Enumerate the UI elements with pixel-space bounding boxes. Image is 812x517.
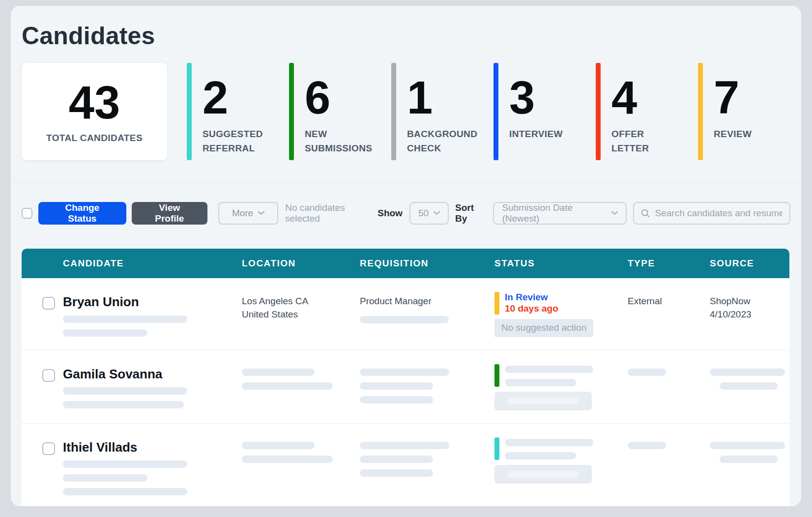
- stat-new-submissions[interactable]: 6 NEW SUBMISSIONS: [289, 63, 372, 160]
- status-cell: In Review 10 days ago No suggested actio…: [494, 278, 628, 350]
- select-all-checkbox[interactable]: [22, 208, 32, 219]
- location-city: Los Angeles CA: [242, 295, 360, 308]
- skeleton-line: [360, 469, 433, 477]
- sort-dropdown[interactable]: Submission Date (Newest): [493, 202, 627, 225]
- skeleton-line: [360, 382, 433, 390]
- column-header-location[interactable]: LOCATION: [242, 258, 360, 269]
- table-row[interactable]: Ithiel Villads: [22, 424, 789, 506]
- stat-review[interactable]: 7 REVIEW: [698, 63, 781, 160]
- requisition-cell: [360, 424, 494, 506]
- chevron-down-icon: [258, 210, 264, 216]
- requisition-title: Product Manager: [360, 295, 494, 308]
- stat-value: 4: [611, 75, 678, 121]
- type-cell: [628, 424, 710, 506]
- skeleton-line: [628, 442, 666, 449]
- stat-label: OFFER LETTER: [611, 127, 678, 156]
- column-header-requisition[interactable]: REQUISITION: [360, 258, 494, 269]
- table-row[interactable]: Bryan Union Los Angeles CA United States…: [22, 278, 789, 350]
- column-header-type[interactable]: TYPE: [628, 258, 710, 269]
- column-header-status[interactable]: STATUS: [494, 258, 628, 269]
- stat-label: SUGGESTED REFERRAL: [203, 127, 269, 156]
- candidates-page: Candidates 43 TOTAL CANDIDATES 2 SUGGEST…: [11, 6, 801, 506]
- stat-value: 7: [714, 75, 752, 121]
- skeleton-line: [505, 452, 576, 460]
- source-cell: ShopNow 4/10/2023: [710, 278, 789, 350]
- skeleton-line: [505, 439, 593, 446]
- candidate-name[interactable]: Gamila Sovanna: [63, 367, 187, 381]
- stat-value: 1: [407, 75, 477, 121]
- stat-value: 2: [203, 75, 269, 121]
- toolbar: Change Status View Profile More No candi…: [11, 183, 801, 230]
- skeleton-line: [242, 369, 315, 376]
- skeleton-line: [242, 456, 333, 463]
- stats-row: 43 TOTAL CANDIDATES 2 SUGGESTED REFERRAL…: [22, 63, 790, 160]
- status-color-bar: [494, 437, 499, 460]
- page-size-value: 50: [418, 208, 429, 219]
- table-header-row: CANDIDATE LOCATION REQUISITION STATUS TY…: [22, 249, 789, 278]
- sort-value: Submission Date (Newest): [502, 202, 607, 224]
- location-country: United States: [242, 308, 360, 321]
- requisition-cell: Product Manager: [360, 278, 494, 350]
- candidate-name[interactable]: Bryan Union: [63, 295, 187, 309]
- stat-background-check[interactable]: 1 BACKGROUND CHECK: [391, 63, 474, 160]
- skeleton-line: [360, 369, 449, 376]
- source-date: 4/10/2023: [710, 308, 789, 321]
- type-cell: External: [628, 278, 710, 350]
- source-cell: [710, 350, 789, 423]
- more-dropdown-button[interactable]: More: [218, 202, 278, 225]
- chevron-down-icon: [611, 210, 618, 216]
- status-cell: [494, 424, 628, 506]
- skeleton-line: [63, 460, 187, 468]
- skeleton-line: [505, 379, 576, 386]
- skeleton-line: [720, 456, 778, 463]
- change-status-button[interactable]: Change Status: [38, 202, 126, 225]
- skeleton-line: [710, 442, 785, 449]
- skeleton-line: [360, 456, 433, 463]
- table-row[interactable]: Gamila Sovanna: [22, 350, 789, 424]
- stat-label: INTERVIEW: [509, 127, 563, 141]
- stat-label: NEW SUBMISSIONS: [305, 127, 372, 156]
- stat-offer-letter[interactable]: 4 OFFER LETTER: [596, 63, 678, 160]
- stat-value: 6: [305, 75, 372, 121]
- column-header-candidate[interactable]: CANDIDATE: [22, 258, 242, 269]
- skeleton-line: [628, 369, 666, 376]
- header-section: Candidates 43 TOTAL CANDIDATES 2 SUGGEST…: [11, 6, 801, 183]
- location-cell: [242, 424, 360, 506]
- source-cell: [710, 424, 789, 506]
- view-profile-button[interactable]: View Profile: [132, 202, 207, 225]
- stat-suggested-referral[interactable]: 2 SUGGESTED REFERRAL: [187, 63, 269, 160]
- skeleton-line: [242, 442, 315, 449]
- skeleton-line: [242, 382, 333, 390]
- search-input[interactable]: [655, 208, 783, 219]
- row-checkbox[interactable]: [42, 442, 55, 455]
- location-cell: Los Angeles CA United States: [242, 278, 360, 350]
- suggested-action-badge: No suggested action: [494, 319, 593, 337]
- page-size-dropdown[interactable]: 50: [409, 202, 449, 225]
- candidates-table: CANDIDATE LOCATION REQUISITION STATUS TY…: [22, 249, 789, 506]
- search-box[interactable]: [633, 202, 790, 225]
- skeleton-line: [360, 316, 449, 323]
- stat-color-bar: [289, 63, 294, 160]
- skeleton-line: [505, 366, 593, 373]
- stat-interview[interactable]: 3 INTERVIEW: [493, 63, 576, 160]
- status-time: 10 days ago: [505, 303, 558, 315]
- skeleton-line: [63, 387, 187, 395]
- source-name: ShopNow: [710, 295, 789, 308]
- page-title: Candidates: [22, 22, 790, 50]
- row-checkbox[interactable]: [42, 369, 55, 382]
- stat-color-bar: [187, 63, 192, 160]
- skeleton-line: [63, 401, 184, 408]
- stat-total-candidates[interactable]: 43 TOTAL CANDIDATES: [22, 63, 167, 160]
- column-header-source[interactable]: SOURCE: [710, 258, 789, 269]
- stat-label: BACKGROUND CHECK: [407, 127, 477, 156]
- stat-label: TOTAL CANDIDATES: [46, 133, 143, 144]
- stat-color-bar: [391, 63, 396, 160]
- skeleton-line: [720, 382, 778, 390]
- row-checkbox[interactable]: [42, 297, 55, 310]
- search-icon: [641, 208, 650, 218]
- status-color-bar: [494, 292, 499, 315]
- candidate-name[interactable]: Ithiel Villads: [63, 440, 187, 455]
- stat-color-bar: [493, 63, 498, 160]
- more-label: More: [232, 208, 253, 219]
- stat-value: 3: [509, 75, 563, 121]
